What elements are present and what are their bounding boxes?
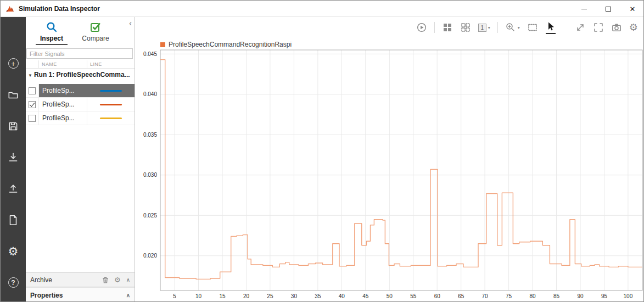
matlab-icon	[5, 4, 14, 13]
svg-text:40: 40	[339, 293, 345, 299]
report-page-icon	[7, 214, 19, 226]
svg-text:70: 70	[482, 293, 489, 299]
sparse-layout-icon[interactable]	[460, 22, 471, 33]
import-icon	[7, 152, 19, 164]
inspect-magnifier-icon	[46, 21, 58, 33]
tab-compare[interactable]: Compare	[76, 21, 115, 42]
svg-text:5: 5	[173, 293, 176, 299]
svg-text:0.040: 0.040	[143, 91, 157, 97]
expand-plot-icon[interactable]	[575, 22, 586, 33]
svg-text:35: 35	[315, 293, 321, 299]
line-color-sample	[100, 104, 122, 105]
signal-row[interactable]: ProfileSp...	[26, 84, 135, 98]
svg-text:85: 85	[553, 293, 560, 299]
open-button[interactable]	[1, 79, 26, 110]
svg-text:25: 25	[267, 293, 273, 299]
import-button[interactable]	[1, 142, 26, 173]
svg-text:0.030: 0.030	[143, 172, 157, 178]
signal-name[interactable]: ProfileSp...	[39, 111, 87, 125]
plot-area: 1▾ ▾ ⚙ ProfileSpeechCommandRecognitionRa…	[135, 17, 644, 302]
line-color-sample	[100, 118, 122, 119]
signal-line-cell[interactable]	[87, 98, 135, 111]
svg-text:45: 45	[362, 293, 369, 299]
help-button[interactable]: ?	[1, 267, 26, 298]
maximize-button[interactable]	[596, 1, 620, 17]
tab-compare-label: Compare	[82, 35, 109, 42]
x-tick-labels: 5101520253035404550556065707580859095100	[173, 293, 632, 299]
svg-text:10: 10	[195, 293, 202, 299]
svg-text:95: 95	[601, 293, 608, 299]
archive-section-header[interactable]: Archive ⚙ ∧	[26, 272, 135, 287]
properties-collapse-chevron-icon[interactable]: ∧	[126, 293, 130, 298]
caret-down-icon: ▾	[488, 25, 490, 30]
y-tick-labels: 0.0200.0250.0300.0350.0400.045	[143, 51, 157, 259]
signal-checkbox[interactable]	[29, 101, 36, 108]
signal-checkbox[interactable]	[29, 115, 36, 122]
export-button[interactable]	[1, 173, 26, 204]
svg-text:65: 65	[458, 293, 464, 299]
zoom-region-icon[interactable]	[527, 22, 538, 33]
signal-name[interactable]: ProfileSp...	[39, 84, 87, 97]
signal-browser-panel: Inspect Compare ‹ NAME LINE ▼Run 1: Prof…	[26, 17, 135, 302]
gear-icon: ⚙	[8, 245, 19, 257]
signal-line-cell[interactable]	[87, 111, 135, 125]
panel-tabs: Inspect Compare ‹	[26, 17, 135, 47]
svg-text:90: 90	[577, 293, 584, 299]
archive-gear-icon[interactable]: ⚙	[114, 276, 121, 283]
caret-down-icon: ▾	[518, 25, 520, 30]
signal-line-cell[interactable]	[87, 84, 135, 97]
signal-table-header: NAME LINE	[26, 60, 135, 69]
tab-inspect-label: Inspect	[40, 35, 63, 42]
save-icon	[7, 120, 19, 132]
plot-toolbar: 1▾ ▾ ⚙	[135, 17, 644, 38]
svg-text:20: 20	[243, 293, 250, 299]
svg-text:30: 30	[291, 293, 298, 299]
layout-grid-icon[interactable]	[442, 22, 453, 33]
question-icon: ?	[8, 277, 19, 288]
svg-text:15: 15	[219, 293, 226, 299]
svg-text:0.045: 0.045	[143, 51, 157, 57]
pointer-icon[interactable]	[545, 21, 556, 34]
window-controls: ✕	[572, 1, 644, 17]
close-button[interactable]: ✕	[620, 1, 644, 17]
archive-label: Archive	[30, 276, 97, 284]
run-label: Run 1: ProfileSpeechComma...	[34, 71, 130, 79]
preferences-button[interactable]: ⚙	[1, 236, 26, 267]
camera-icon[interactable]	[611, 22, 622, 33]
svg-text:0.020: 0.020	[143, 253, 157, 259]
svg-text:0.025: 0.025	[143, 212, 157, 219]
line-column-header: LINE	[87, 60, 135, 68]
minimize-button[interactable]	[572, 1, 596, 17]
signal-list: ProfileSp... ProfileSp... ProfileSp...	[26, 84, 135, 125]
run-expand-caret-icon[interactable]: ▼	[28, 73, 32, 78]
svg-text:80: 80	[530, 293, 536, 299]
signal-row[interactable]: ProfileSp...	[26, 98, 135, 111]
plot-settings-gear-icon[interactable]: ⚙	[629, 23, 638, 32]
save-button[interactable]	[1, 110, 26, 142]
svg-text:50: 50	[387, 293, 393, 299]
signal-checkbox-cell	[26, 84, 39, 97]
svg-text:0.035: 0.035	[143, 132, 157, 138]
view-count-button[interactable]: 1▾	[478, 24, 490, 32]
tab-inspect[interactable]: Inspect	[32, 21, 71, 45]
run-group-row[interactable]: ▼Run 1: ProfileSpeechComma...	[26, 69, 135, 80]
collapse-panel-chevron-icon[interactable]: ‹	[129, 19, 132, 27]
playback-icon[interactable]	[416, 22, 427, 33]
name-column-header: NAME	[39, 60, 87, 68]
signal-row[interactable]: ProfileSp...	[26, 111, 135, 125]
filter-signals-input[interactable]	[26, 48, 133, 59]
archive-collapse-chevron-icon[interactable]: ∧	[126, 277, 130, 283]
signal-plot[interactable]: 0.0200.0250.0300.0350.0400.0455101520253…	[135, 44, 644, 302]
export-icon	[7, 183, 19, 195]
trash-icon[interactable]	[102, 276, 109, 284]
new-run-button[interactable]: +	[1, 48, 26, 79]
properties-section-header[interactable]: Properties ∧	[26, 287, 135, 302]
compare-check-icon	[89, 21, 102, 33]
fullscreen-icon[interactable]	[593, 22, 604, 33]
create-report-button[interactable]	[1, 204, 26, 236]
folder-icon	[7, 89, 19, 101]
left-toolstrip: + ⚙ ?	[1, 17, 26, 302]
signal-name[interactable]: ProfileSp...	[39, 98, 87, 111]
signal-checkbox[interactable]	[29, 87, 36, 94]
zoom-in-button[interactable]: ▾	[505, 22, 520, 33]
